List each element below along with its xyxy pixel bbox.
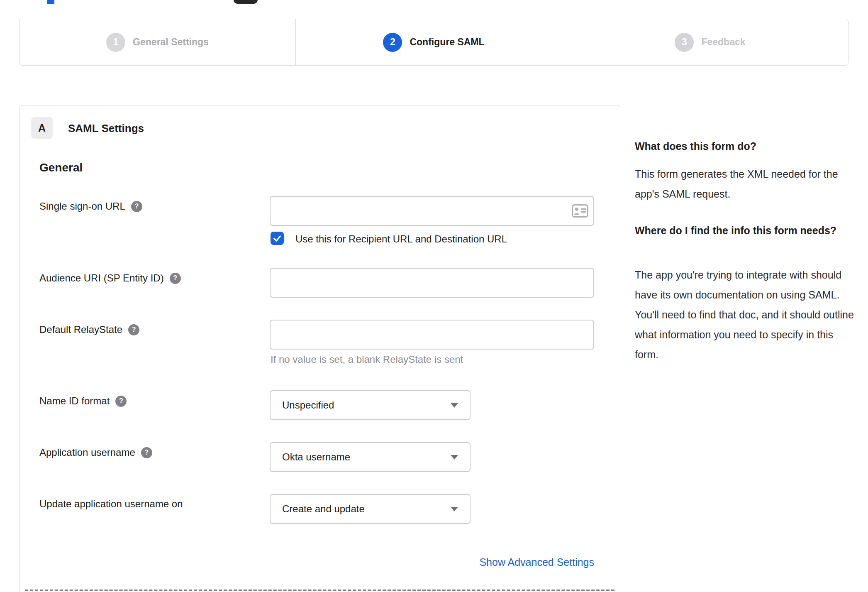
sso-url-input[interactable] [270, 196, 594, 226]
chevron-down-icon [451, 455, 458, 460]
general-section-heading: General [39, 161, 83, 174]
relay-state-label-text: Default RelayState [39, 324, 122, 335]
chevron-down-icon [451, 507, 458, 511]
name-id-format-select[interactable]: Unspecified [270, 390, 471, 420]
recipient-url-checkbox-label[interactable]: Use this for Recipient URL and Destinati… [295, 233, 507, 245]
show-advanced-settings-link[interactable]: Show Advanced Settings [462, 556, 594, 568]
contact-card-icon [572, 204, 588, 218]
panel-title: SAML Settings [68, 122, 144, 135]
relay-state-input[interactable] [270, 320, 594, 350]
help-icon[interactable]: ? [128, 324, 139, 335]
update-username-label: Update application username on [39, 498, 183, 510]
dashed-divider [25, 590, 614, 591]
step-2-circle: 2 [383, 33, 402, 52]
sidebar-heading-1: What does this form do? [635, 137, 855, 155]
name-id-format-label: Name ID format ? [39, 395, 127, 407]
step-1-circle: 1 [106, 33, 125, 52]
sso-url-label: Single sign-on URL ? [39, 201, 142, 212]
step-3-circle: 3 [675, 33, 694, 52]
sidebar-body-1: This form generates the XML needed for t… [635, 164, 854, 204]
help-icon[interactable]: ? [115, 396, 127, 407]
help-icon[interactable]: ? [131, 201, 142, 212]
step-configure-saml[interactable]: 2 Configure SAML [296, 19, 572, 65]
step-3-label: Feedback [701, 37, 745, 48]
relay-state-helper-text: If no value is set, a blank RelayState i… [271, 354, 463, 365]
audience-uri-input[interactable] [270, 268, 594, 298]
application-username-value: Okta username [282, 451, 451, 463]
recipient-url-checkbox[interactable] [271, 232, 284, 245]
section-a-badge: A [31, 117, 53, 139]
update-username-label-text: Update application username on [39, 498, 183, 510]
application-username-label: Application username ? [39, 447, 152, 458]
update-username-value: Create and update [282, 503, 451, 515]
step-1-label: General Settings [133, 37, 209, 48]
step-general-settings[interactable]: 1 General Settings [20, 19, 296, 65]
cutoff-dark-icon-fragment [234, 0, 258, 4]
relay-state-label: Default RelayState ? [39, 324, 139, 335]
sidebar-heading-2: Where do I find the info this form needs… [635, 221, 855, 240]
application-username-label-text: Application username [39, 447, 135, 458]
step-feedback[interactable]: 3 Feedback [572, 19, 848, 65]
help-icon[interactable]: ? [141, 447, 152, 458]
sidebar-body-2: The app you're trying to integrate with … [635, 265, 854, 364]
chevron-down-icon [451, 403, 458, 408]
application-username-select[interactable]: Okta username [270, 442, 471, 472]
name-id-format-label-text: Name ID format [39, 395, 110, 407]
wizard-stepper: 1 General Settings 2 Configure SAML 3 Fe… [19, 19, 848, 66]
sso-url-label-text: Single sign-on URL [39, 201, 125, 212]
checkmark-icon [273, 234, 282, 243]
step-2-label: Configure SAML [410, 37, 484, 48]
audience-uri-label-text: Audience URI (SP Entity ID) [39, 272, 164, 284]
cutoff-blue-fragment [47, 0, 54, 4]
name-id-format-value: Unspecified [282, 399, 451, 411]
update-username-select[interactable]: Create and update [270, 494, 471, 524]
audience-uri-label: Audience URI (SP Entity ID) ? [39, 272, 181, 284]
help-icon[interactable]: ? [170, 273, 181, 284]
